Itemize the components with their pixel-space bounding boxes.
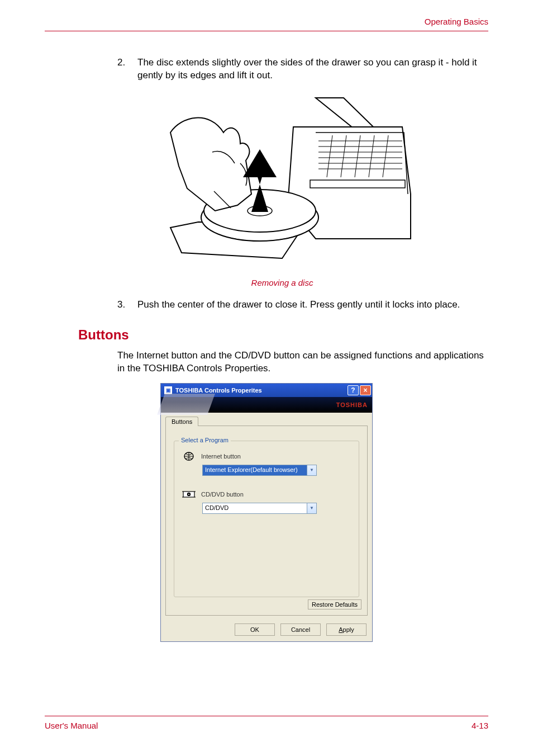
internet-button-combo[interactable]: Internet Explorer(Default browser) ▼ bbox=[202, 465, 317, 476]
section-heading-buttons: Buttons bbox=[78, 327, 488, 343]
figure-caption: Removing a disc bbox=[145, 278, 419, 287]
cddvd-button-value: CD/DVD bbox=[203, 503, 307, 513]
section-intro: The Internet button and the CD/DVD butto… bbox=[117, 349, 488, 375]
apply-button[interactable]: Apply bbox=[326, 623, 367, 636]
tab-buttons[interactable]: Buttons bbox=[165, 417, 198, 426]
step-3-text: Push the center of the drawer to close i… bbox=[137, 299, 460, 311]
globe-icon bbox=[182, 451, 196, 461]
app-icon: ▣ bbox=[164, 386, 172, 394]
cancel-button[interactable]: Cancel bbox=[280, 623, 321, 636]
brand-strip: TOSHIBA bbox=[161, 397, 372, 413]
running-header: Operating Basics bbox=[45, 17, 488, 31]
step-3: 3. Push the center of the drawer to clos… bbox=[117, 299, 488, 311]
group-legend: Select a Program bbox=[179, 437, 231, 443]
disc-removal-illustration bbox=[148, 93, 416, 272]
cddvd-button-combo[interactable]: CD/DVD ▼ bbox=[202, 503, 317, 514]
brand-keyboard-art bbox=[157, 394, 215, 415]
cddvd-button-label: CD/DVD button bbox=[201, 491, 244, 498]
cddvd-icon bbox=[182, 489, 196, 499]
dialog-panel: Select a Program Internet button Interne… bbox=[165, 426, 368, 616]
chevron-down-icon[interactable]: ▼ bbox=[307, 465, 316, 475]
footer-right: 4-13 bbox=[472, 721, 488, 730]
group-select-program: Select a Program Internet button Interne… bbox=[174, 441, 359, 597]
header-rule bbox=[45, 31, 488, 31]
step-3-num: 3. bbox=[117, 299, 129, 311]
step-2-num: 2. bbox=[117, 56, 129, 82]
footer-left: User's Manual bbox=[45, 721, 98, 730]
brand-text: TOSHIBA bbox=[336, 401, 368, 408]
internet-button-value: Internet Explorer(Default browser) bbox=[203, 465, 307, 475]
step-2: 2. The disc extends slightly over the si… bbox=[117, 56, 488, 82]
page-footer: User's Manual 4-13 bbox=[45, 716, 488, 730]
help-button[interactable]: ? bbox=[348, 385, 359, 395]
svg-rect-11 bbox=[310, 180, 405, 188]
internet-button-label: Internet button bbox=[201, 453, 241, 460]
step-2-text: The disc extends slightly over the sides… bbox=[137, 56, 488, 82]
figure-remove-disc: Removing a disc bbox=[145, 93, 419, 287]
close-button[interactable]: × bbox=[360, 385, 371, 395]
restore-defaults-button[interactable]: Restore Defaults bbox=[308, 599, 361, 609]
chevron-down-icon[interactable]: ▼ bbox=[307, 503, 316, 513]
dialog-screenshot: ▣ TOSHIBA Controls Properites ? × TOSHIB… bbox=[160, 383, 373, 642]
svg-point-19 bbox=[188, 494, 189, 495]
ok-button[interactable]: OK bbox=[235, 623, 275, 636]
dialog-title: TOSHIBA Controls Properites bbox=[175, 387, 262, 394]
